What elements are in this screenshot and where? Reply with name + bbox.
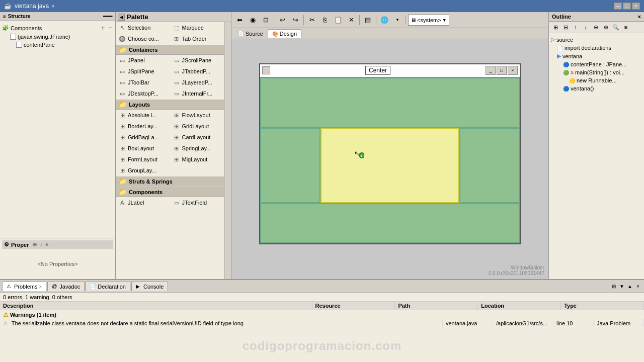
toolbar-copy-button[interactable]: ⎘ xyxy=(319,14,331,26)
properties-area: ⚙ Proper ⊕ ↕ ≡ <No Properties> xyxy=(0,238,115,279)
outline-btn-7[interactable]: 🔍 xyxy=(611,23,620,32)
palette-item-jlayeredpane[interactable]: ▭ JLayeredP... xyxy=(170,77,224,88)
palette-item-jdesktoppane[interactable]: ▭ JDesktopP... xyxy=(116,88,170,99)
palette-item-formlayout[interactable]: ⊞ FormLayout xyxy=(116,154,170,165)
taborder-icon: ⊞ xyxy=(173,35,181,43)
toolbar-globe-button[interactable]: 🌐 xyxy=(378,14,390,26)
toolbar-system-dropdown[interactable]: 🖥 <system> ▼ xyxy=(408,15,449,26)
properties-label: Proper xyxy=(11,242,29,248)
category-struts: 📁 Struts & Springs xyxy=(116,176,224,187)
outline-btn-4[interactable]: ↓ xyxy=(581,23,590,32)
toolbar-inspector-button[interactable]: ◉ xyxy=(247,14,259,26)
palette-item-jtextfield[interactable]: ▭ JTextField xyxy=(170,197,224,208)
palette-item-jtoolbar[interactable]: ▭ JToolBar xyxy=(116,77,170,88)
tree-item-jframe[interactable]: (javax.swing.JFrame) xyxy=(2,33,113,41)
outline-btn-3[interactable]: ↑ xyxy=(571,23,580,32)
contentpane-outline-label: contentPane : JPane... xyxy=(571,61,626,67)
frame-close-button[interactable]: × xyxy=(508,66,518,75)
properties-icon: ⚙ xyxy=(4,241,9,248)
flowlayout-label: FlowLayout xyxy=(182,112,210,118)
tree-item-contentpane[interactable]: contentPane xyxy=(2,41,113,49)
palette-item-jlabel[interactable]: A JLabel xyxy=(116,197,170,208)
structure-panel: ≡ Structure ━━━ 🧩 Components + − (javax.… xyxy=(0,12,116,279)
palette-item-taborder[interactable]: ⊞ Tab Order xyxy=(170,33,224,44)
palette-scrollbar[interactable] xyxy=(224,22,231,279)
toolbar-undo-button[interactable]: ↩ xyxy=(276,14,288,26)
source-label: source xyxy=(556,37,573,43)
toolbar-dropdown-arrow[interactable]: ▼ xyxy=(391,14,404,26)
palette-collapse-button[interactable]: ◀ xyxy=(118,14,125,21)
palette-item-marquee[interactable]: ⬚ Marquee xyxy=(170,22,224,33)
outline-btn-5[interactable]: ⊕ xyxy=(591,23,600,32)
toolbar-cut-button[interactable]: ✂ xyxy=(306,14,318,26)
toolbar-delete-button[interactable]: ✕ xyxy=(345,14,357,26)
jframe-checkbox[interactable] xyxy=(10,34,16,40)
minimize-view-button[interactable]: ▼ xyxy=(618,283,626,291)
outline-btn-1[interactable]: ⊞ xyxy=(551,23,560,32)
palette-item-gridlayout[interactable]: ⊞ GridLayout xyxy=(170,121,224,132)
remove-component-button[interactable]: − xyxy=(107,24,113,32)
contentpane-checkbox[interactable] xyxy=(16,42,22,48)
frame-maximize-button[interactable]: □ xyxy=(497,66,507,75)
minimize-button[interactable]: — xyxy=(614,3,622,10)
tab-javadoc[interactable]: @ Javadoc xyxy=(47,282,85,291)
palette-item-jinternalframe[interactable]: ▭ JInternalFr... xyxy=(170,88,224,99)
table-row[interactable]: ⚠ The serializable class ventana does no… xyxy=(0,319,644,328)
palette-item-boxlayout[interactable]: ⊞ BoxLayout xyxy=(116,143,170,154)
outline-item-source[interactable]: ▷ source xyxy=(551,35,642,44)
palette-item-selection[interactable]: ↖ Selection xyxy=(116,22,170,33)
maximize-view-button[interactable]: ▲ xyxy=(626,283,634,291)
toolbar-separator-1 xyxy=(274,15,274,25)
outline-btn-2[interactable]: ⊟ xyxy=(561,23,570,32)
palette-item-gridbaglayout[interactable]: ⊞ GridBagLa... xyxy=(116,132,170,143)
palette-item-flowlayout[interactable]: ⊞ FlowLayout xyxy=(170,110,224,121)
main-static-icon: S xyxy=(571,70,574,75)
window-titlebar: Center _ □ × xyxy=(260,64,520,77)
palette-item-grouplayout[interactable]: ⊞ GroupLay... xyxy=(116,165,170,176)
palette-item-absolute[interactable]: ⊞ Absolute l... xyxy=(116,110,170,121)
tab-problems[interactable]: ⚠ Problems × xyxy=(2,282,46,291)
close-tab-icon[interactable]: × xyxy=(52,4,55,9)
tab-declaration[interactable]: 📄 Declaration xyxy=(86,282,130,291)
palette-item-cardlayout[interactable]: ⊞ CardLayout xyxy=(170,132,224,143)
choose-icon: 🔘 xyxy=(118,35,126,43)
jscrollpane-icon: ▭ xyxy=(173,56,181,64)
toolbar-redo-button[interactable]: ↪ xyxy=(289,14,301,26)
palette-item-springlayout[interactable]: ⊞ SpringLay... xyxy=(170,143,224,154)
problems-tab-close[interactable]: × xyxy=(39,284,42,290)
jsplitpane-icon: ▭ xyxy=(118,67,126,75)
toolbar-align-button[interactable]: ▤ xyxy=(362,14,374,26)
view-menu-button[interactable]: ⊞ xyxy=(610,283,618,291)
palette-item-jscrollpane[interactable]: ▭ JScrollPane xyxy=(170,55,224,66)
outline-btn-8[interactable]: ≡ xyxy=(621,23,630,32)
outline-title: Outline xyxy=(552,14,571,20)
palette-item-miglayout[interactable]: ⊞ MigLayout xyxy=(170,154,224,165)
palette-item-jtabbedpane[interactable]: ▭ JTabbedP... xyxy=(170,66,224,77)
palette-item-choose[interactable]: 🔘 Choose co... xyxy=(116,33,170,44)
frame-minimize-button[interactable]: _ xyxy=(486,66,496,75)
title-bar: ☕ ventana.java × — □ × xyxy=(0,0,644,12)
add-component-button[interactable]: + xyxy=(100,24,106,32)
toolbar-back-button[interactable]: ⬅ xyxy=(233,14,246,26)
close-view-button[interactable]: × xyxy=(634,283,642,291)
toolbar-paste-button[interactable]: 📋 xyxy=(332,14,344,26)
maximize-button[interactable]: □ xyxy=(623,3,631,10)
outline-btn-6[interactable]: ⊗ xyxy=(601,23,610,32)
outline-item-runnable[interactable]: 🟡 new Runnable... xyxy=(551,76,642,84)
outline-item-ventana-ctor[interactable]: 🔵 ventana() xyxy=(551,84,642,93)
palette-item-jsplitpane[interactable]: ▭ JSplitPane xyxy=(116,66,170,77)
outline-item-ventana[interactable]: ▶ ventana xyxy=(551,52,642,60)
outline-item-imports[interactable]: 📄 import declarations xyxy=(551,44,642,52)
close-button[interactable]: × xyxy=(632,3,640,10)
outline-item-main[interactable]: 🟢 S main(String[]) : voi... xyxy=(551,68,642,76)
toolbar-source-button[interactable]: ⊡ xyxy=(260,14,272,26)
formlayout-icon: ⊞ xyxy=(118,155,126,163)
palette-item-borderlayout[interactable]: ⊞ BorderLay... xyxy=(116,121,170,132)
tab-console[interactable]: ▶ Console xyxy=(131,282,168,291)
properties-header: ⚙ Proper ⊕ ↕ ≡ xyxy=(2,240,113,249)
palette-panel: ◀ Palette ↖ Selection ⬚ Marquee xyxy=(116,12,231,279)
ventana-label: ventana xyxy=(562,53,582,59)
palette-item-jpanel[interactable]: ▭ JPanel xyxy=(116,55,170,66)
outline-close-icon[interactable]: × xyxy=(638,14,641,20)
outline-item-contentpane[interactable]: 🔵 contentPane : JPane... xyxy=(551,60,642,68)
